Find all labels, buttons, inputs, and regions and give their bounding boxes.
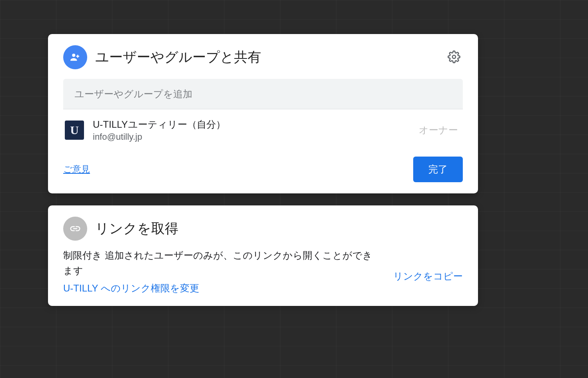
link-desc-block: 制限付き 追加されたユーザーのみが、このリンクから開くことができます U-TIL… — [63, 248, 377, 295]
user-role: オーナー — [419, 124, 458, 137]
link-card-header: リンクを取得 — [63, 217, 463, 241]
restriction-text: 追加されたユーザーのみが、このリンクから開くことができます — [63, 250, 372, 276]
change-permission-link[interactable]: U-TILLY へのリンク権限を変更 — [63, 282, 377, 295]
share-title: ユーザーやグループと共有 — [95, 48, 445, 66]
share-dialog: ユーザーやグループと共有 U U-TILLYユーティリー（自分） info@ut… — [48, 34, 478, 318]
user-email: info@utilly.jp — [93, 132, 419, 142]
svg-point-3 — [452, 55, 456, 58]
user-name: U-TILLYユーティリー（自分） — [93, 118, 419, 131]
copy-link-button[interactable]: リンクをコピー — [393, 270, 463, 283]
get-link-card: リンクを取得 制限付き 追加されたユーザーのみが、このリンクから開くことができま… — [48, 205, 478, 306]
link-icon — [63, 217, 87, 241]
avatar: U — [65, 121, 84, 140]
link-description: 制限付き 追加されたユーザーのみが、このリンクから開くことができます — [63, 248, 377, 279]
done-button[interactable]: 完了 — [413, 157, 463, 182]
avatar-letter: U — [70, 123, 79, 137]
share-card: ユーザーやグループと共有 U U-TILLYユーティリー（自分） info@ut… — [48, 34, 478, 193]
gear-icon — [448, 50, 460, 63]
user-info: U-TILLYユーティリー（自分） info@utilly.jp — [93, 118, 419, 142]
user-row: U U-TILLYユーティリー（自分） info@utilly.jp オーナー — [63, 109, 463, 149]
share-card-footer: ご意見 完了 — [63, 157, 463, 182]
link-body: 制限付き 追加されたユーザーのみが、このリンクから開くことができます U-TIL… — [63, 248, 463, 295]
link-title: リンクを取得 — [95, 219, 463, 238]
add-people-input[interactable] — [63, 79, 463, 109]
restriction-prefix: 制限付き — [63, 250, 102, 261]
svg-rect-2 — [76, 56, 80, 57]
settings-button[interactable] — [445, 48, 463, 67]
person-add-icon — [63, 45, 87, 69]
svg-point-0 — [72, 54, 75, 57]
feedback-link[interactable]: ご意見 — [63, 163, 90, 175]
share-card-header: ユーザーやグループと共有 — [63, 45, 463, 69]
